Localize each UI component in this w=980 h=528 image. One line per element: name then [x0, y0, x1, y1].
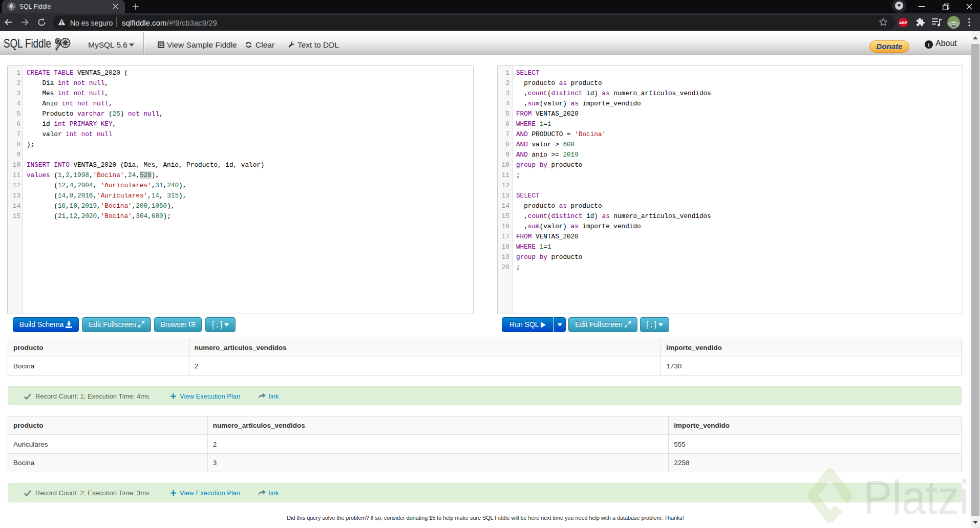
svg-text:ABP: ABP — [899, 20, 907, 25]
